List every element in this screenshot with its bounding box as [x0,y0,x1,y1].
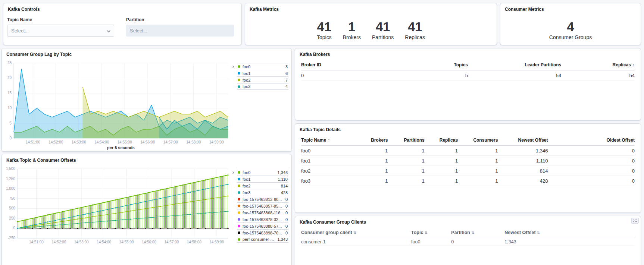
legend-value: 6 [285,71,288,76]
legend-label: foo-1575463878-32... [243,217,284,222]
legend-item[interactable]: foo-1575463888-57...0 [237,223,288,229]
legend-color-dot [238,79,240,81]
legend-item[interactable]: foo27 [237,76,288,83]
legend-item[interactable]: foo16 [237,70,288,76]
table-cell: consumer-1 [301,239,411,245]
table-cell: 0 [548,168,635,174]
metric-value: 4 [549,20,592,34]
legend-collapse-icon[interactable]: › [229,63,237,152]
column-header-label: Broker ID [301,62,321,67]
column-header[interactable]: Brokers [354,138,388,143]
topic-name-combobox[interactable] [7,25,114,37]
metric-value: 41 [405,20,425,34]
table-cell: foo2 [301,168,354,174]
legend-label: foo1 [243,71,284,76]
table-cell: 1 [458,148,498,154]
column-header[interactable]: Consumers [458,138,498,143]
table-cell: foo0 [301,148,354,154]
topic-name-label: Topic Name [7,17,114,22]
legend-item[interactable]: foo2814 [237,182,288,189]
legend-item[interactable]: foo03 [237,63,288,70]
legend-item[interactable]: foo-1575463813-60...0 [237,196,288,202]
table-row: 055454 [301,70,635,81]
legend-label: foo2 [243,78,284,82]
table-cell: 1 [354,148,388,154]
legend-label: foo-1575463857-85... [243,204,284,208]
lag-legend: › foo03foo16foo27foo34 [229,63,288,152]
column-header[interactable]: Partitions [388,138,424,143]
legend-label: foo-1575463888-57... [243,224,284,228]
kafka-metrics-row: 41Topics1Brokers41Partitions41Replicas [245,20,497,40]
legend-item[interactable]: foo01,346 [237,169,288,176]
table-cell: 1 [354,168,388,174]
sortable-icon: ⇅ [537,231,540,235]
column-header-label: Oldest Offset [607,138,635,143]
column-header[interactable]: Newest Offset⇅ [504,230,635,235]
column-header-label: Brokers [371,138,388,143]
legend-label: foo0 [243,64,284,69]
table-cell: 54 [468,73,561,78]
sort-arrow-icon: ↑ [632,62,635,67]
table-cell: foo1 [301,158,354,164]
svg-text:0: 0 [9,136,12,140]
legend-collapse-icon[interactable]: › [229,169,237,252]
topic-name-input[interactable] [7,25,114,37]
legend-item[interactable]: perf-consumer-...1,343 [237,236,288,243]
table-cell: 1 [425,168,458,174]
sortable-icon: ⇅ [353,231,356,235]
legend-value: 0 [285,204,288,208]
table-cell: 1 [388,148,424,154]
sort-arrow-icon: ↑ [328,138,330,143]
column-header[interactable]: Broker ID [301,62,401,67]
metric-value: 41 [317,20,332,34]
svg-text:0: 0 [13,226,15,230]
svg-text:14:59:00: 14:59:00 [209,140,224,144]
table-header-row: Consumer group client⇅Topic⇅Partition⇅Ne… [301,227,635,238]
panel-title: Consumer Metrics [500,3,641,13]
svg-text:15: 15 [7,91,12,95]
table-cell: 1 [425,148,458,154]
panel-options-icon[interactable] [631,218,639,224]
column-header[interactable]: Newest Offset [498,138,548,143]
partition-field-group: Partition [126,17,234,37]
legend-item[interactable]: foo-1575463868-116...0 [237,209,288,216]
column-header[interactable]: Topic Name↑ [301,138,354,143]
consumer-metrics-row: 4Consumer Groups [500,20,641,40]
legend-item[interactable]: foo34 [237,83,288,90]
column-header-label: Topic Name [301,138,326,143]
legend-color-dot [238,211,240,214]
legend-color-dot [238,225,240,227]
column-header[interactable]: Topic⇅ [411,230,451,235]
column-header[interactable]: Leader Partitions [468,62,561,67]
legend-label: foo3 [243,190,279,195]
column-header-label: Topic [411,230,423,235]
legend-item[interactable]: foo-1575463898-70...0 [237,229,288,236]
legend-value: 3 [285,64,288,69]
table-row: foo211118140 [301,166,635,176]
column-header[interactable]: Oldest Offset [548,138,635,143]
legend-value: 1,110 [278,177,288,182]
partition-input[interactable] [126,25,234,37]
legend-item[interactable]: foo-1575463878-32...0 [237,216,288,223]
column-header[interactable]: Consumer group client⇅ [301,230,411,235]
column-header[interactable]: Topics [401,62,468,67]
svg-text:20: 20 [7,76,12,80]
metric: 41Topics [317,20,332,40]
svg-text:14:55:00: 14:55:00 [119,240,134,244]
svg-text:14:54:00: 14:54:00 [94,140,109,144]
legend-item[interactable]: foo3428 [237,189,288,196]
column-header[interactable]: Partition⇅ [451,230,504,235]
column-header[interactable]: Replicas [425,138,458,143]
chevron-down-icon[interactable] [106,28,111,35]
consumer-group-clients-table: Consumer group client⇅Topic⇅Partition⇅Ne… [295,226,641,246]
legend-color-dot [238,72,240,75]
legend-item[interactable]: foo11,110 [237,176,288,182]
column-header[interactable]: Replicas↑ [561,62,635,67]
table-cell: 1 [458,168,498,174]
partition-combobox[interactable] [126,25,234,37]
svg-text:14:53:00: 14:53:00 [72,140,86,144]
table-cell: 0 [548,148,635,154]
svg-text:1,500: 1,500 [6,167,15,171]
legend-item[interactable]: foo-1575463857-85...0 [237,202,288,209]
table-cell: 1 [425,158,458,164]
